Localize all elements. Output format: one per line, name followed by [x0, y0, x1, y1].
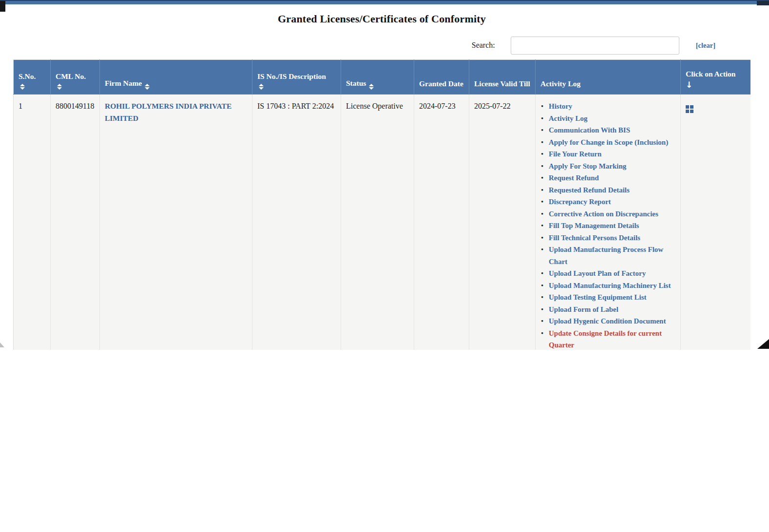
- table-row: 1 8800149118 ROHIL POLYMERS INDIA PRIVAT…: [14, 95, 751, 350]
- activity-link[interactable]: Corrective Action on Discrepancies: [549, 210, 658, 218]
- col-header-is-description[interactable]: IS No./IS Description: [252, 60, 341, 95]
- activity-log-item: Update Consigne Details for current Quar…: [540, 327, 675, 350]
- activity-log-item: History: [540, 100, 675, 113]
- cell-granted-date: 2024-07-23: [414, 95, 469, 350]
- activity-link[interactable]: Upload Hygenic Condition Document: [549, 317, 666, 325]
- activity-link[interactable]: Fill Technical Persons Details: [549, 234, 640, 242]
- col-header-label: Status: [346, 79, 366, 87]
- page-title: Granted Licenses/Certificates of Conform…: [13, 13, 750, 25]
- sort-icon: [145, 84, 150, 90]
- activity-link[interactable]: Apply For Stop Marking: [549, 162, 626, 170]
- sort-icon: [369, 84, 374, 90]
- activity-link[interactable]: History: [549, 102, 572, 110]
- activity-link[interactable]: Upload Testing Equipment List: [549, 293, 647, 301]
- col-header-label: IS No./IS Description: [257, 72, 326, 80]
- col-header-label: CML No.: [56, 72, 86, 80]
- sort-icon: [19, 84, 25, 90]
- activity-log-item: Upload Manufacturing Process Flow Chart: [540, 244, 675, 267]
- sort-icon: [57, 84, 62, 90]
- cell-status: License Operative: [341, 95, 414, 350]
- clear-link[interactable]: [clear]: [696, 41, 715, 50]
- col-header-sno[interactable]: S.No.: [14, 60, 51, 95]
- activity-link[interactable]: Apply for Change in Scope (Inclusion): [549, 138, 668, 146]
- activity-log-item: Upload Testing Equipment List: [540, 291, 675, 304]
- search-row: Search: [clear]: [472, 36, 715, 55]
- activity-log-item: Corrective Action on Discrepancies: [540, 208, 675, 220]
- cell-is-description: IS 17043 : PART 2:2024: [252, 95, 341, 350]
- activity-link[interactable]: Upload Manufacturing Process Flow Chart: [549, 246, 663, 266]
- activity-link[interactable]: Discrepancy Report: [549, 198, 611, 206]
- activity-log-item: Fill Technical Persons Details: [540, 232, 675, 244]
- activity-link[interactable]: File Your Return: [549, 150, 601, 158]
- search-input[interactable]: [511, 37, 679, 55]
- col-header-click-on-action: Click on Action↓: [681, 60, 751, 95]
- activity-link[interactable]: Upload Manufacturing Machinery List: [549, 282, 671, 289]
- activity-log-list: HistoryActivity LogCommunication With BI…: [540, 100, 675, 350]
- cell-action: [681, 95, 751, 350]
- activity-link[interactable]: Request Refund: [549, 174, 599, 182]
- search-label: Search:: [472, 41, 495, 50]
- activity-link[interactable]: Upload Form of Label: [549, 305, 618, 313]
- firm-name-link[interactable]: ROHIL POLYMERS INDIA PRIVATE LIMITED: [105, 102, 231, 122]
- activity-log-item: Apply For Stop Marking: [540, 160, 675, 172]
- activity-link[interactable]: Upload Layout Plan of Factory: [549, 269, 646, 277]
- activity-log-item: Upload Form of Label: [540, 304, 675, 316]
- col-header-label: S.No.: [19, 72, 36, 80]
- cell-cml-no: 8800149118: [51, 95, 100, 350]
- action-grid-icon[interactable]: [686, 105, 693, 113]
- activity-link[interactable]: Update Consigne Details for current Quar…: [549, 329, 662, 349]
- activity-link[interactable]: Fill Top Management Details: [549, 222, 639, 229]
- col-header-label: License Valid Till: [474, 79, 530, 88]
- col-header-activity-log: Activity Log: [536, 60, 681, 95]
- activity-log-item: Apply for Change in Scope (Inclusion): [540, 136, 675, 149]
- activity-link[interactable]: Communication With BIS: [549, 126, 630, 134]
- table-viewport: S.No.CML No.Firm NameIS No./IS Descripti…: [13, 59, 750, 350]
- col-header-license-valid-till: License Valid Till: [469, 60, 536, 95]
- activity-log-item: Communication With BIS: [540, 124, 675, 136]
- col-header-status[interactable]: Status: [341, 60, 414, 95]
- cursor-artifact: [757, 339, 769, 349]
- licenses-table: S.No.CML No.Firm NameIS No./IS Descripti…: [13, 59, 750, 350]
- activity-log-item: Discrepancy Report: [540, 196, 675, 208]
- down-arrow-icon: ↓: [686, 80, 746, 90]
- activity-log-item: File Your Return: [540, 148, 675, 160]
- activity-log-item: Request Refund: [540, 172, 675, 184]
- top-navigation-bar: [0, 0, 769, 4]
- topbar-left-dark-segment: [0, 1, 5, 12]
- activity-log-item: Upload Hygenic Condition Document: [540, 315, 675, 327]
- activity-log-item: Upload Manufacturing Machinery List: [540, 280, 675, 292]
- col-header-label: Activity Log: [540, 79, 580, 88]
- col-header-firm-name[interactable]: Firm Name: [100, 60, 252, 95]
- activity-log-item: Requested Refund Details: [540, 184, 675, 196]
- activity-log-item: Upload Layout Plan of Factory: [540, 267, 675, 280]
- table-header-row: S.No.CML No.Firm NameIS No./IS Descripti…: [14, 60, 751, 95]
- col-header-label: Click on Action: [686, 70, 735, 78]
- topbar-right-dark-segment: [757, 1, 769, 5]
- sort-icon: [258, 84, 264, 90]
- activity-log-item: Fill Top Management Details: [540, 220, 675, 232]
- activity-link[interactable]: Requested Refund Details: [549, 186, 630, 194]
- activity-link[interactable]: Activity Log: [549, 114, 588, 122]
- cursor-artifact: [0, 342, 4, 347]
- col-header-granted-date: Granted Date: [414, 60, 469, 95]
- col-header-label: Firm Name: [105, 79, 142, 87]
- col-header-label: Granted Date: [419, 79, 463, 88]
- col-header-cml-no[interactable]: CML No.: [51, 60, 100, 95]
- cell-valid-till: 2025-07-22: [469, 95, 536, 350]
- activity-log-item: Activity Log: [540, 113, 675, 125]
- cell-sno: 1: [14, 95, 51, 350]
- granted-licenses-page: Granted Licenses/Certificates of Conform…: [0, 0, 769, 532]
- cell-activity-log: HistoryActivity LogCommunication With BI…: [536, 95, 681, 350]
- cell-firm-name: ROHIL POLYMERS INDIA PRIVATE LIMITED: [100, 95, 252, 350]
